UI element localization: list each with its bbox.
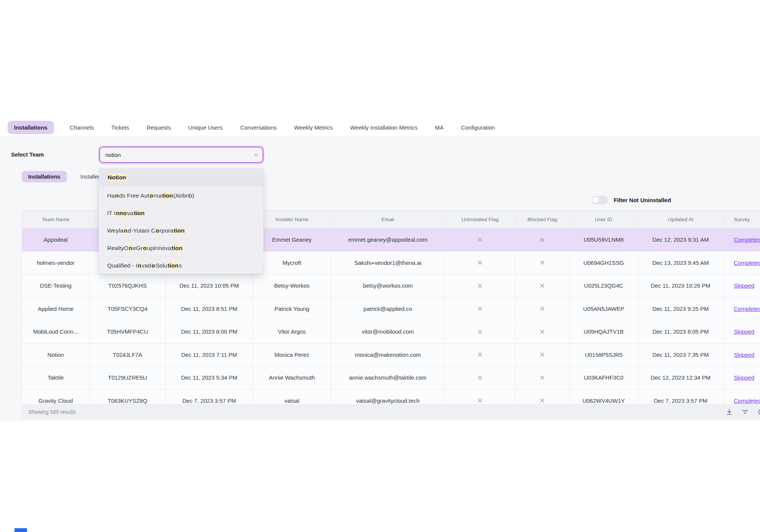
table-row-notion[interactable]: NotionT024JLF7ADec 11, 2023 7:11 PMMonic… bbox=[22, 344, 760, 367]
cell-installer_name: Vitor Argos bbox=[253, 320, 331, 343]
table-row-applied-home[interactable]: Applied HomeT05FSCY3CQ4Dec 11, 2023 8:51… bbox=[22, 298, 760, 321]
refresh-icon[interactable] bbox=[757, 408, 760, 416]
cell-email: annie.wachsmuth@taktile.com bbox=[331, 366, 445, 389]
cell-survey_status: Skipped bbox=[724, 274, 760, 297]
tab-weekly-installation-metrics[interactable]: Weekly Installation Metrics bbox=[348, 121, 419, 134]
table-footer: Showing 585 results bbox=[22, 404, 760, 419]
x-mark-icon bbox=[477, 237, 483, 242]
cell-email: vitor@mobiloud.com bbox=[331, 320, 445, 343]
match-highlight: n bbox=[115, 192, 119, 200]
cell-user_id: U05HQAJTV1B bbox=[570, 320, 638, 343]
option-text: va bbox=[127, 210, 133, 217]
x-mark-icon bbox=[540, 375, 545, 380]
survey-status-link[interactable]: Completed bbox=[734, 397, 760, 404]
x-mark-icon bbox=[540, 283, 545, 288]
cell-updated_at: Dec 11, 2023 8:05 PM bbox=[638, 320, 724, 343]
x-mark-icon bbox=[477, 329, 483, 334]
cell-updated_at: Dec 11, 2023 10:26 PM bbox=[638, 274, 724, 297]
cell-team_name: MobiLoud Conn... bbox=[22, 320, 90, 343]
tab-ma[interactable]: MA bbox=[434, 121, 445, 134]
option-text: upInnova bbox=[147, 245, 171, 252]
download-icon[interactable] bbox=[725, 408, 733, 416]
tab-weekly-metrics[interactable]: Weekly Metrics bbox=[293, 121, 334, 134]
filter-toggle-label: Filter Not Uninstalled bbox=[614, 197, 671, 203]
tab-requests[interactable]: Requests bbox=[145, 121, 172, 134]
cell-survey_status: Skipped bbox=[724, 366, 760, 389]
survey-status-link[interactable]: Skipped bbox=[734, 282, 754, 289]
option-text: ds Free Aut bbox=[119, 192, 149, 199]
cell-user_id: U025L23QG4C bbox=[570, 274, 638, 297]
column-header-email: Email bbox=[331, 211, 445, 228]
footer-icons bbox=[725, 408, 760, 416]
cell-email: emmet.geaney@appodeal.com bbox=[331, 228, 445, 251]
x-mark-icon bbox=[477, 375, 483, 380]
survey-status-link[interactable]: Skipped bbox=[734, 374, 754, 381]
tab-unique-users[interactable]: Unique Users bbox=[187, 121, 224, 134]
tab-conversations[interactable]: Conversations bbox=[239, 121, 278, 134]
column-header-survey: Survey bbox=[724, 211, 760, 228]
cell-updated_at: Dec 11, 2023 7:35 PM bbox=[638, 344, 724, 366]
dropdown-option-it-innovation[interactable]: IT Innovation bbox=[99, 204, 263, 222]
cell-team_id: T05FSCY3CQ4 bbox=[90, 298, 166, 320]
column-header-updated-at: Updated At bbox=[638, 211, 724, 228]
cell-installed_at: Dec 11, 2023 5:34 PM bbox=[166, 366, 253, 389]
survey-status-link[interactable]: Completed bbox=[734, 236, 760, 243]
option-text: (Airbnb) bbox=[173, 192, 194, 199]
cell-team_id: T05HVMFP4CU bbox=[90, 320, 166, 343]
cell-team_name: Appodeal bbox=[22, 228, 90, 251]
filter-icon[interactable] bbox=[741, 408, 749, 416]
match-highlight: Notion bbox=[107, 174, 127, 181]
cell-team_name: DSE-Testing bbox=[22, 274, 90, 297]
option-text: Qualified - I bbox=[107, 262, 137, 269]
tab-configuration[interactable]: Configuration bbox=[459, 121, 496, 134]
column-header-blocked-flag: Blocked Flag bbox=[515, 211, 570, 228]
filter-toggle[interactable] bbox=[592, 196, 608, 204]
tab-tickets[interactable]: Tickets bbox=[110, 121, 131, 134]
cell-installed_at: Dec 11, 2023 8:00 PM bbox=[166, 320, 253, 343]
team-select-input[interactable] bbox=[99, 147, 263, 163]
cell-installed_at: Dec 11, 2023 8:51 PM bbox=[166, 298, 253, 320]
option-text: eGr bbox=[133, 245, 142, 252]
x-mark-icon bbox=[540, 237, 545, 242]
cell-installer_name: Patrick Young bbox=[253, 298, 331, 320]
dropdown-option-qualified-invado-solutions[interactable]: Qualified - Invado Solutions bbox=[99, 256, 263, 274]
match-highlight: nno bbox=[116, 209, 127, 217]
table-row-dse-testing[interactable]: DSE-TestingT02576QJKHSDec 11, 2023 10:05… bbox=[22, 274, 760, 298]
cell-team_id: T024JLF7A bbox=[90, 344, 166, 366]
dropdown-option-notion[interactable]: Notion bbox=[99, 168, 263, 187]
survey-status-link[interactable]: Completed bbox=[734, 260, 760, 266]
tab-installations[interactable]: Installations bbox=[8, 121, 54, 134]
x-mark-icon bbox=[540, 306, 545, 311]
match-highlight: o bbox=[149, 192, 154, 200]
option-text: Ha bbox=[107, 192, 115, 199]
cell-updated_at: Dec 12, 2023 9:31 AM bbox=[638, 228, 724, 251]
cell-installed_at: Dec 11, 2023 7:11 PM bbox=[166, 344, 253, 366]
select-team-label: Select Team bbox=[11, 151, 44, 158]
team-select[interactable] bbox=[99, 147, 263, 163]
match-highlight: tion bbox=[162, 192, 173, 200]
survey-status-link[interactable]: Skipped bbox=[734, 328, 754, 335]
option-text: ma bbox=[154, 192, 162, 199]
toggle-knob bbox=[592, 197, 599, 203]
dropdown-option-hands-free-automation-airbnb[interactable]: Hands Free Automation (Airbnb) bbox=[99, 187, 263, 204]
chevron-up-icon[interactable] bbox=[253, 152, 259, 158]
sub-tab-installations[interactable]: Installations bbox=[22, 171, 67, 182]
cell-uninstalled_flag bbox=[445, 344, 515, 366]
match-highlight: tion bbox=[167, 262, 179, 269]
table-row-mobiloud-conn[interactable]: MobiLoud Conn...T05HVMFP4CUDec 11, 2023 … bbox=[22, 320, 760, 344]
dropdown-option-realtyonegroupinnovation[interactable]: RealtyOneGroupInnovation bbox=[99, 239, 263, 256]
tab-channels[interactable]: Channels bbox=[68, 121, 95, 134]
survey-status-link[interactable]: Completed bbox=[734, 306, 760, 312]
cell-user_id: U0694GH1SSG bbox=[570, 252, 638, 274]
column-header-user-id: User ID bbox=[570, 211, 638, 228]
match-highlight: tion bbox=[173, 227, 185, 234]
column-header-uninstalled-flag: UnInstalled Flag bbox=[445, 211, 515, 228]
cell-blocked_flag bbox=[515, 344, 570, 366]
table-row-taktile[interactable]: TaktileT0129UZRE5UDec 11, 2023 5:34 PMAn… bbox=[22, 366, 760, 390]
cell-uninstalled_flag bbox=[445, 252, 515, 274]
dropdown-option-weyland-yutani-corporation[interactable]: Weyland-Yutani Corporation bbox=[99, 222, 263, 239]
cell-uninstalled_flag bbox=[445, 366, 515, 389]
cell-installed_at: Dec 11, 2023 10:05 PM bbox=[166, 274, 253, 297]
option-text: vad bbox=[142, 262, 151, 269]
survey-status-link[interactable]: Skipped bbox=[734, 352, 754, 358]
